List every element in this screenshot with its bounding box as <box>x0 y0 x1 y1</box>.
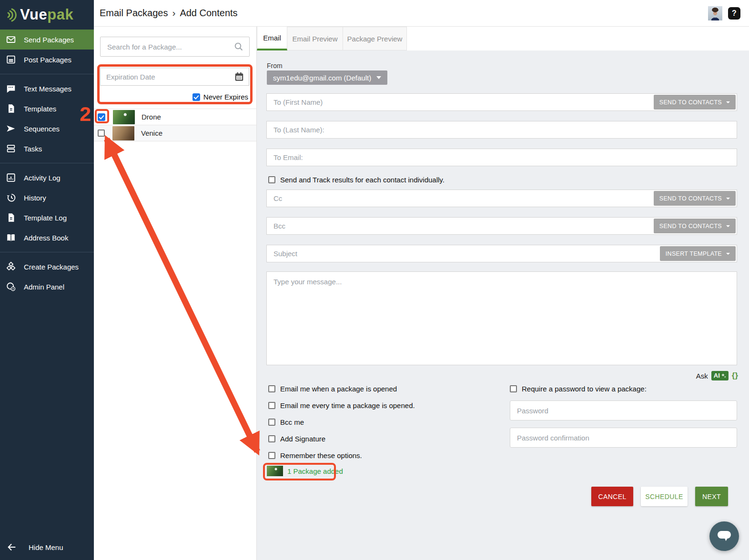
package-row-drone[interactable]: Drone <box>94 109 256 125</box>
option-email-me-every-time[interactable]: Email me every time a package is opened. <box>268 401 415 410</box>
option-remember-these-options[interactable]: Remember these options. <box>268 451 362 460</box>
checkbox[interactable] <box>268 402 275 409</box>
package-name: Drone <box>142 113 161 121</box>
stacked-list-icon <box>6 143 16 154</box>
history-clock-icon <box>6 192 16 203</box>
option-add-signature[interactable]: Add Signature <box>268 435 325 443</box>
option-label: Email me every time a package is opened. <box>280 401 415 410</box>
sidebar-item-address-book[interactable]: Address Book <box>0 228 94 248</box>
option-label: Bcc me <box>280 418 304 426</box>
sidebar-item-activity-log[interactable]: Activity Log <box>0 168 94 188</box>
sidebar-item-template-log[interactable]: Template Log <box>0 208 94 228</box>
sidebar-item-admin-panel[interactable]: Admin Panel <box>0 277 94 297</box>
sidebar-item-sequences[interactable]: Sequences <box>0 119 94 139</box>
password-confirmation-input[interactable] <box>510 428 737 447</box>
tab-package-preview[interactable]: Package Preview <box>343 27 407 50</box>
message-field <box>266 271 737 365</box>
next-button[interactable]: NEXT <box>695 487 728 506</box>
hide-menu-button[interactable]: Hide Menu <box>0 542 94 552</box>
tab-email-preview[interactable]: Email Preview <box>287 27 343 50</box>
from-label: From <box>267 62 283 70</box>
package-thumbnail <box>267 466 283 476</box>
paper-plane-icon <box>6 123 16 134</box>
sidebar-item-text-messages[interactable]: Text Messages <box>0 79 94 99</box>
breadcrumb-parent[interactable]: Email Packages <box>100 8 168 19</box>
avatar[interactable] <box>708 6 722 20</box>
merge-fields-button[interactable]: {} <box>732 371 738 380</box>
breadcrumb: Email Packages › Add Contents <box>100 8 238 19</box>
password-input[interactable] <box>510 401 737 420</box>
search-icon <box>234 42 243 51</box>
cubes-icon <box>6 261 16 272</box>
send-to-contacts-button[interactable]: SEND TO CONTACTS <box>654 95 736 110</box>
insert-template-button[interactable]: INSERT TEMPLATE <box>660 246 736 261</box>
chevron-down-icon <box>726 101 730 103</box>
require-password-label: Require a password to view a package: <box>522 385 647 393</box>
package-row-venice[interactable]: Venice <box>94 125 256 141</box>
sidebar-menu: Send Packages Post Packages Text Message… <box>0 30 94 297</box>
envelope-icon <box>6 34 16 45</box>
sidebar-item-label: Send Packages <box>24 36 74 44</box>
help-button[interactable]: ? <box>728 7 740 20</box>
never-expires-label: Never Expires <box>203 93 248 101</box>
option-email-me-when-opened[interactable]: Email me when a package is opened <box>268 385 397 393</box>
package-added-indicator[interactable]: 1 Package added <box>267 466 343 476</box>
tab-strip: Email Email Preview Package Preview <box>257 27 749 50</box>
schedule-button[interactable]: SCHEDULE <box>641 487 688 506</box>
require-password-option[interactable]: Require a password to view a package: <box>510 385 647 393</box>
to-email-input[interactable] <box>267 149 737 166</box>
require-password-checkbox[interactable] <box>510 385 517 392</box>
package-checkbox-unchecked[interactable] <box>98 130 105 137</box>
post-icon <box>6 54 16 65</box>
cancel-button[interactable]: CANCEL <box>591 487 633 506</box>
never-expires-checkbox-checked[interactable] <box>192 93 200 101</box>
checkbox[interactable] <box>268 385 275 392</box>
package-thumbnail <box>113 110 135 124</box>
vuepak-soundwave-icon <box>4 6 18 24</box>
to-last-name-input[interactable] <box>267 121 737 138</box>
tab-email[interactable]: Email <box>257 27 287 50</box>
send-and-track-option[interactable]: Send and Track results for each contact … <box>268 176 445 184</box>
sidebar-item-label: Text Messages <box>24 85 71 93</box>
option-label: Email me when a package is opened <box>280 385 397 393</box>
send-and-track-checkbox[interactable] <box>268 176 275 183</box>
message-textarea[interactable] <box>267 272 737 365</box>
package-search-box <box>100 37 250 57</box>
sidebar-item-label: Tasks <box>24 145 42 153</box>
chevron-down-icon <box>376 76 381 79</box>
sidebar-item-label: Templates <box>24 105 56 113</box>
sidebar-item-post-packages[interactable]: Post Packages <box>0 50 94 70</box>
chevron-down-icon <box>726 225 730 227</box>
never-expires-option[interactable]: Never Expires <box>192 93 248 101</box>
package-added-label: 1 Package added <box>287 467 343 475</box>
send-and-track-label: Send and Track results for each contact … <box>280 176 445 184</box>
ask-ai-button[interactable]: AI <box>711 371 729 380</box>
send-to-contacts-button[interactable]: SEND TO CONTACTS <box>654 191 736 206</box>
sidebar-item-tasks[interactable]: Tasks <box>0 139 94 159</box>
checkbox[interactable] <box>268 435 275 442</box>
from-dropdown[interactable]: sym1edu@gmail.com (Default) <box>267 70 387 85</box>
package-checkbox-checked[interactable] <box>98 113 105 121</box>
to-last-name-field <box>266 121 737 139</box>
sidebar-item-send-packages[interactable]: Send Packages <box>0 30 94 50</box>
checkbox[interactable] <box>268 452 275 459</box>
top-bar-right: ? <box>708 6 740 20</box>
package-search-input[interactable] <box>101 43 234 51</box>
checkbox[interactable] <box>268 419 275 426</box>
logo-text: Vuepak <box>20 6 73 23</box>
sidebar-item-history[interactable]: History <box>0 188 94 208</box>
sidebar-item-label: Address Book <box>24 234 68 242</box>
option-bcc-me[interactable]: Bcc me <box>268 418 304 426</box>
sidebar-item-templates[interactable]: Templates <box>0 99 94 119</box>
sidebar-item-create-packages[interactable]: Create Packages <box>0 257 94 277</box>
page: Vuepak Send Packages Post Packages Text … <box>0 0 749 560</box>
password-field <box>510 400 737 420</box>
admin-icon <box>6 281 16 292</box>
expiration-date-input[interactable] <box>101 73 234 81</box>
chat-widget-button[interactable] <box>709 521 739 551</box>
send-to-contacts-button[interactable]: SEND TO CONTACTS <box>654 219 736 233</box>
app-logo[interactable]: Vuepak <box>0 0 94 30</box>
calendar-icon[interactable] <box>234 71 244 82</box>
password-confirmation-field <box>510 428 737 448</box>
option-label: Remember these options. <box>280 451 362 460</box>
